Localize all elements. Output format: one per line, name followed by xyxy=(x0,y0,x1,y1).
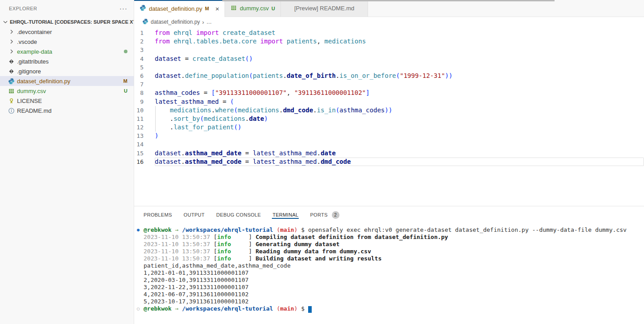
tab-dataset-definition-py[interactable]: dataset_definition.pyM× xyxy=(134,0,225,17)
file-item-vscode[interactable]: .vscode xyxy=(0,37,134,47)
line-number: 11 xyxy=(134,115,155,123)
code-line-7: 7 xyxy=(134,80,644,89)
git-icon xyxy=(8,58,17,65)
code-line-1: 1from ehrql import create_dataset xyxy=(134,29,644,37)
file-item-readme-md[interactable]: README.md xyxy=(0,106,134,115)
file-tree: .devcontainer.vscodeexample-data.gitattr… xyxy=(0,27,134,324)
editor-and-panel: dataset_definition.pyM×dummy.csvU[Previe… xyxy=(134,0,644,324)
code-editor[interactable]: 1from ehrql import create_dataset2from e… xyxy=(134,27,644,206)
terminal-line: 1,2021-01-01,39113311000001107 xyxy=(144,269,644,277)
tab-label: dummy.csv xyxy=(240,5,269,12)
terminal-line: 2023-11-10 13:50:37 [info ] Reading dumm… xyxy=(144,248,644,255)
file-label: .devcontainer xyxy=(17,29,127,35)
python-icon xyxy=(140,4,146,13)
tab-preview-readme-md[interactable]: [Preview] README.md xyxy=(281,0,368,17)
code-line-8: 8asthma_codes = ["39113311000001107", "3… xyxy=(134,89,644,97)
line-number: 4 xyxy=(134,55,155,63)
git-status-badge: M xyxy=(205,6,209,11)
line-number: 5 xyxy=(134,63,155,72)
chevron-right-icon xyxy=(8,28,17,35)
terminal-line: 5,2023-10-17,39113611000001102 xyxy=(144,298,644,305)
code-line-11: 11 .sort_by(medications.date) xyxy=(134,115,644,123)
terminal-line: 2023-11-10 13:50:37 [info ] Generating d… xyxy=(144,241,644,248)
file-item-license[interactable]: LICENSE xyxy=(0,96,134,106)
code-line-5: 5 xyxy=(134,63,644,72)
line-number: 8 xyxy=(134,89,155,97)
breadcrumb-file[interactable]: dataset_definition.py xyxy=(151,19,200,25)
command-pending-decoration-icon[interactable]: ○ xyxy=(137,305,140,312)
code-line-3: 3 xyxy=(134,46,644,54)
python-icon xyxy=(8,78,17,85)
tab-dummy-csv[interactable]: dummy.csvU xyxy=(225,0,281,17)
file-label: .gitattributes xyxy=(17,58,127,65)
line-number: 9 xyxy=(134,98,155,106)
panel-tab-output[interactable]: OUTPUT xyxy=(183,208,205,222)
chevron-right-icon xyxy=(8,48,17,55)
line-number: 3 xyxy=(134,46,155,54)
file-label: .vscode xyxy=(17,38,127,45)
tabbar-scrollbar[interactable] xyxy=(222,0,555,1)
line-number: 14 xyxy=(134,140,155,149)
code-line-12: 12 .last_for_patient() xyxy=(134,123,644,132)
file-item-example-data[interactable]: example-data xyxy=(0,47,134,56)
file-label: example-data xyxy=(17,48,120,55)
file-label: dummy.csv xyxy=(17,88,120,94)
file-label: dataset_definition.py xyxy=(17,78,120,85)
panel-tab-label: TERMINAL xyxy=(272,212,298,217)
file-label: LICENSE xyxy=(17,98,127,104)
ports-badge: 2 xyxy=(332,211,339,219)
tab-label: [Preview] README.md xyxy=(294,5,354,12)
terminal-line: ●@rebkwok → /workspaces/ehrql-tutorial (… xyxy=(144,226,644,234)
file-label: .gitignore xyxy=(17,68,127,75)
git-status-badge: M xyxy=(123,78,127,84)
command-success-decoration-icon[interactable]: ● xyxy=(137,226,140,234)
git-status-badge: U xyxy=(271,6,275,11)
more-actions-icon[interactable]: ··· xyxy=(119,6,127,11)
explorer-title: EXPLORER xyxy=(9,6,37,11)
code-line-16: 16dataset.asthma_med_code = latest_asthm… xyxy=(134,158,644,166)
code-line-6: 6dataset.define_population(patients.date… xyxy=(134,72,644,80)
file-item-dummy-csv[interactable]: dummy.csvU xyxy=(0,86,134,96)
terminal-line: 2,2020-03-10,39113311000001107 xyxy=(144,277,644,284)
terminal[interactable]: ●@rebkwok → /workspaces/ehrql-tutorial (… xyxy=(134,223,644,324)
line-number: 7 xyxy=(134,80,155,89)
file-item-gitattributes[interactable]: .gitattributes xyxy=(0,56,134,66)
file-item-devcontainer[interactable]: .devcontainer xyxy=(0,27,134,37)
sidebar-header: EXPLORER ··· xyxy=(0,0,134,17)
panel-tab-label: DEBUG CONSOLE xyxy=(216,212,261,217)
license-icon xyxy=(8,98,17,104)
line-number: 16 xyxy=(134,158,155,166)
panel-tab-ports[interactable]: PORTS2 xyxy=(309,207,339,223)
panel-tab-terminal[interactable]: TERMINAL xyxy=(272,208,299,222)
tab-label: dataset_definition.py xyxy=(149,5,202,12)
panel-tab-label: OUTPUT xyxy=(184,212,205,217)
terminal-line: 4,2021-06-07,39113611000001102 xyxy=(144,291,644,298)
csv-icon xyxy=(8,88,17,94)
terminal-line: patient_id,asthma_med_date,asthma_med_co… xyxy=(144,262,644,269)
code-line-13: 13) xyxy=(134,132,644,140)
file-item-gitignore[interactable]: .gitignore xyxy=(0,66,134,76)
code-line-10: 10 medications.where(medications.dmd_cod… xyxy=(134,106,644,115)
panel-tab-label: PROBLEMS xyxy=(144,212,172,217)
explorer-sidebar: EXPLORER ··· EHRQL-TUTORIAL [CODESPACES:… xyxy=(0,0,134,324)
editor-group: dataset_definition.pyM×dummy.csvU[Previe… xyxy=(134,0,644,206)
csv-icon xyxy=(230,4,237,13)
workspace-section-header[interactable]: EHRQL-TUTORIAL [CODESPACES: SUPER SPACE … xyxy=(0,17,134,27)
git-icon xyxy=(8,68,17,75)
line-number: 6 xyxy=(134,72,155,80)
code-line-15: 15dataset.asthma_med_date = latest_asthm… xyxy=(134,149,644,158)
file-item-dataset-definition-py[interactable]: dataset_definition.pyM xyxy=(0,76,134,86)
panel-tab-debug-console[interactable]: DEBUG CONSOLE xyxy=(216,208,262,222)
breadcrumb[interactable]: dataset_definition.py › … xyxy=(134,17,644,27)
panel-tabbar: PROBLEMSOUTPUTDEBUG CONSOLETERMINALPORTS… xyxy=(134,206,644,223)
breadcrumb-more[interactable]: … xyxy=(206,19,212,25)
terminal-cursor xyxy=(308,306,312,313)
editor-tabbar: dataset_definition.pyM×dummy.csvU[Previe… xyxy=(134,0,644,17)
terminal-line: 2023-11-10 13:50:37 [info ] Building dat… xyxy=(144,255,644,262)
terminal-line: 2023-11-10 13:50:37 [info ] Compiling da… xyxy=(144,234,644,241)
close-icon[interactable]: × xyxy=(215,5,219,12)
code-line-2: 2from ehrql.tables.beta.core import pati… xyxy=(134,37,644,46)
code-line-14: 14 xyxy=(134,140,644,149)
panel-tab-problems[interactable]: PROBLEMS xyxy=(143,208,173,222)
line-number: 10 xyxy=(134,106,155,115)
